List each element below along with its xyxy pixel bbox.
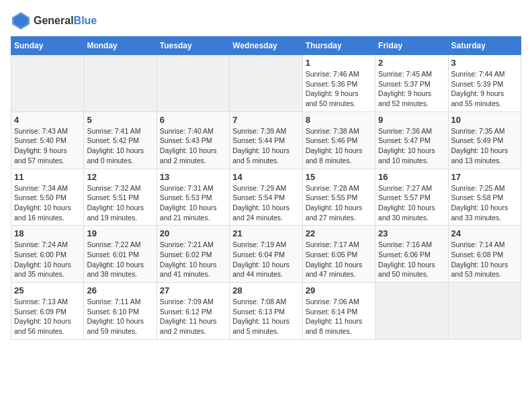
day-info: Sunrise: 7:16 AM Sunset: 6:06 PM Dayligh… — [378, 240, 445, 279]
day-number: 14 — [232, 172, 299, 182]
header-day-tuesday: Tuesday — [157, 37, 229, 55]
logo-svg — [11, 11, 31, 31]
day-info: Sunrise: 7:08 AM Sunset: 6:13 PM Dayligh… — [232, 297, 299, 336]
calendar-cell: 15Sunrise: 7:28 AM Sunset: 5:55 PM Dayli… — [302, 169, 375, 226]
day-info: Sunrise: 7:39 AM Sunset: 5:44 PM Dayligh… — [232, 126, 299, 166]
day-info: Sunrise: 7:35 AM Sunset: 5:49 PM Dayligh… — [451, 126, 518, 166]
header-day-sunday: Sunday — [11, 37, 84, 55]
day-number: 7 — [232, 115, 299, 125]
calendar-cell: 8Sunrise: 7:38 AM Sunset: 5:46 PM Daylig… — [302, 111, 375, 169]
header-day-monday: Monday — [84, 37, 157, 55]
calendar-body: 1Sunrise: 7:46 AM Sunset: 5:36 PM Daylig… — [11, 55, 521, 340]
calendar-cell: 6Sunrise: 7:40 AM Sunset: 5:43 PM Daylig… — [157, 111, 229, 169]
day-number: 3 — [451, 58, 518, 68]
header-day-thursday: Thursday — [302, 37, 375, 55]
calendar-cell: 25Sunrise: 7:13 AM Sunset: 6:09 PM Dayli… — [11, 283, 84, 340]
calendar-header: SundayMondayTuesdayWednesdayThursdayFrid… — [11, 37, 521, 55]
header: GeneralBlue — [11, 11, 521, 31]
day-number: 26 — [87, 285, 153, 295]
calendar-cell: 7Sunrise: 7:39 AM Sunset: 5:44 PM Daylig… — [230, 111, 302, 169]
calendar-cell: 1Sunrise: 7:46 AM Sunset: 5:36 PM Daylig… — [302, 55, 375, 112]
calendar-cell: 9Sunrise: 7:36 AM Sunset: 5:47 PM Daylig… — [375, 111, 448, 169]
calendar-cell: 29Sunrise: 7:06 AM Sunset: 6:14 PM Dayli… — [302, 283, 375, 340]
day-info: Sunrise: 7:19 AM Sunset: 6:04 PM Dayligh… — [232, 240, 299, 279]
day-number: 27 — [160, 285, 226, 295]
day-number: 13 — [160, 172, 226, 182]
calendar-cell: 26Sunrise: 7:11 AM Sunset: 6:10 PM Dayli… — [84, 283, 157, 340]
day-info: Sunrise: 7:34 AM Sunset: 5:50 PM Dayligh… — [14, 183, 81, 223]
header-row: SundayMondayTuesdayWednesdayThursdayFrid… — [11, 37, 521, 55]
day-number: 8 — [306, 115, 372, 125]
calendar-cell: 10Sunrise: 7:35 AM Sunset: 5:49 PM Dayli… — [448, 111, 521, 169]
week-row-1: 4Sunrise: 7:43 AM Sunset: 5:40 PM Daylig… — [11, 111, 521, 169]
day-number: 29 — [306, 285, 372, 295]
calendar-cell: 5Sunrise: 7:41 AM Sunset: 5:42 PM Daylig… — [84, 111, 157, 169]
day-number: 17 — [451, 172, 518, 182]
calendar-cell: 23Sunrise: 7:16 AM Sunset: 6:06 PM Dayli… — [375, 226, 448, 283]
day-info: Sunrise: 7:09 AM Sunset: 6:12 PM Dayligh… — [160, 297, 226, 336]
day-info: Sunrise: 7:28 AM Sunset: 5:55 PM Dayligh… — [306, 183, 372, 223]
calendar-cell: 28Sunrise: 7:08 AM Sunset: 6:13 PM Dayli… — [230, 283, 302, 340]
day-info: Sunrise: 7:27 AM Sunset: 5:57 PM Dayligh… — [378, 183, 445, 223]
day-info: Sunrise: 7:32 AM Sunset: 5:51 PM Dayligh… — [87, 183, 153, 223]
calendar-table: SundayMondayTuesdayWednesdayThursdayFrid… — [11, 36, 521, 340]
calendar-cell — [157, 55, 229, 112]
day-number: 2 — [378, 58, 445, 68]
week-row-2: 11Sunrise: 7:34 AM Sunset: 5:50 PM Dayli… — [11, 169, 521, 226]
calendar-cell: 16Sunrise: 7:27 AM Sunset: 5:57 PM Dayli… — [375, 169, 448, 226]
calendar-cell — [84, 55, 157, 112]
calendar-cell: 4Sunrise: 7:43 AM Sunset: 5:40 PM Daylig… — [11, 111, 84, 169]
day-info: Sunrise: 7:46 AM Sunset: 5:36 PM Dayligh… — [306, 69, 372, 109]
calendar-cell: 17Sunrise: 7:25 AM Sunset: 5:58 PM Dayli… — [448, 169, 521, 226]
day-info: Sunrise: 7:17 AM Sunset: 6:05 PM Dayligh… — [306, 240, 372, 279]
day-info: Sunrise: 7:24 AM Sunset: 6:00 PM Dayligh… — [14, 240, 81, 279]
calendar-cell: 27Sunrise: 7:09 AM Sunset: 6:12 PM Dayli… — [157, 283, 229, 340]
day-number: 11 — [14, 172, 81, 182]
calendar-cell — [375, 283, 448, 340]
day-number: 24 — [451, 228, 518, 238]
day-number: 15 — [306, 172, 372, 182]
header-day-wednesday: Wednesday — [230, 37, 302, 55]
day-info: Sunrise: 7:36 AM Sunset: 5:47 PM Dayligh… — [378, 126, 445, 166]
day-number: 28 — [232, 285, 299, 295]
calendar-cell — [11, 55, 84, 112]
logo: GeneralBlue — [11, 11, 97, 31]
week-row-3: 18Sunrise: 7:24 AM Sunset: 6:00 PM Dayli… — [11, 226, 521, 283]
day-info: Sunrise: 7:06 AM Sunset: 6:14 PM Dayligh… — [306, 297, 372, 336]
week-row-4: 25Sunrise: 7:13 AM Sunset: 6:09 PM Dayli… — [11, 283, 521, 340]
day-number: 23 — [378, 228, 445, 238]
logo-blue-text: Blue — [74, 15, 97, 26]
day-number: 10 — [451, 115, 518, 125]
calendar-cell — [230, 55, 302, 112]
day-info: Sunrise: 7:13 AM Sunset: 6:09 PM Dayligh… — [14, 297, 81, 336]
header-day-saturday: Saturday — [448, 37, 521, 55]
calendar-cell: 24Sunrise: 7:14 AM Sunset: 6:08 PM Dayli… — [448, 226, 521, 283]
day-number: 25 — [14, 285, 81, 295]
day-number: 12 — [87, 172, 153, 182]
calendar-cell: 3Sunrise: 7:44 AM Sunset: 5:39 PM Daylig… — [448, 55, 521, 112]
day-info: Sunrise: 7:41 AM Sunset: 5:42 PM Dayligh… — [87, 126, 153, 166]
day-info: Sunrise: 7:40 AM Sunset: 5:43 PM Dayligh… — [160, 126, 226, 166]
day-number: 1 — [306, 58, 372, 68]
day-number: 22 — [306, 228, 372, 238]
day-number: 19 — [87, 228, 153, 238]
day-number: 18 — [14, 228, 81, 238]
calendar-cell: 18Sunrise: 7:24 AM Sunset: 6:00 PM Dayli… — [11, 226, 84, 283]
day-info: Sunrise: 7:21 AM Sunset: 6:02 PM Dayligh… — [160, 240, 226, 279]
day-number: 4 — [14, 115, 81, 125]
calendar-cell — [448, 283, 521, 340]
day-number: 6 — [160, 115, 226, 125]
calendar-cell: 19Sunrise: 7:22 AM Sunset: 6:01 PM Dayli… — [84, 226, 157, 283]
day-info: Sunrise: 7:11 AM Sunset: 6:10 PM Dayligh… — [87, 297, 153, 336]
day-info: Sunrise: 7:45 AM Sunset: 5:37 PM Dayligh… — [378, 69, 445, 109]
calendar-cell: 21Sunrise: 7:19 AM Sunset: 6:04 PM Dayli… — [230, 226, 302, 283]
header-day-friday: Friday — [375, 37, 448, 55]
day-info: Sunrise: 7:31 AM Sunset: 5:53 PM Dayligh… — [160, 183, 226, 223]
day-number: 16 — [378, 172, 445, 182]
day-info: Sunrise: 7:43 AM Sunset: 5:40 PM Dayligh… — [14, 126, 81, 166]
day-number: 20 — [160, 228, 226, 238]
day-info: Sunrise: 7:44 AM Sunset: 5:39 PM Dayligh… — [451, 69, 518, 109]
calendar-cell: 11Sunrise: 7:34 AM Sunset: 5:50 PM Dayli… — [11, 169, 84, 226]
calendar-cell: 20Sunrise: 7:21 AM Sunset: 6:02 PM Dayli… — [157, 226, 229, 283]
day-info: Sunrise: 7:38 AM Sunset: 5:46 PM Dayligh… — [306, 126, 372, 166]
